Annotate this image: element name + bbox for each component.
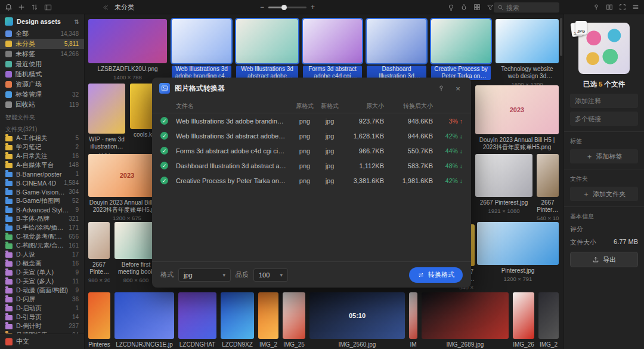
add-icon[interactable] (16, 1, 27, 13)
thumbnail-image[interactable] (258, 292, 278, 339)
fullscreen-icon[interactable] (617, 1, 628, 13)
thumbnail-image[interactable] (88, 19, 167, 63)
grid-view-icon[interactable] (471, 1, 483, 13)
active-tab[interactable]: 未分类 (99, 0, 134, 14)
zoom-track[interactable] (268, 7, 306, 8)
sidebar-folder[interactable]: D-引导页14 (0, 313, 84, 322)
thumbnail-image[interactable] (172, 19, 231, 63)
format-select[interactable]: jpg ▾ (178, 268, 231, 282)
sidebar-folder[interactable]: B-CINEMA 4D1,584 (0, 178, 84, 187)
tab-label[interactable]: 未分类 (114, 3, 134, 12)
grid-card[interactable]: IMG_2259.jpg (258, 292, 278, 349)
grid-card[interactable]: Technology website web design 3d brandin… (496, 19, 559, 88)
sidebar-item-all[interactable]: 全部14,348 (0, 29, 84, 39)
sidebar-folder[interactable]: D-闪屏36 (0, 295, 84, 304)
thumbnail-image[interactable] (221, 292, 254, 339)
thumbnail-image[interactable] (114, 292, 174, 339)
zoom-knob[interactable] (281, 5, 287, 10)
grid-card[interactable]: Web Illustrations 3d adobe branding c4d … (172, 19, 231, 80)
quality-select[interactable]: 100 ▾ (253, 268, 288, 282)
sidebar-panel-icon[interactable] (42, 1, 54, 13)
folder-section-label[interactable]: 文件夹(321) (0, 125, 84, 134)
converter-row[interactable]: ✓Creative Process by Peter Tarka on Drib… (152, 173, 471, 188)
sidebar-folder[interactable]: B-Game-Vision Design304 (0, 187, 84, 196)
notifications-bell-icon[interactable] (2, 1, 14, 13)
thumbnail-image[interactable] (303, 19, 362, 63)
sidebar-item-uncategorized[interactable]: 未分类5,811 (0, 39, 84, 49)
grid-card[interactable]: IMG_2… (409, 292, 417, 349)
thumbnail-image[interactable] (178, 292, 216, 339)
thumbnail-image[interactable] (409, 292, 417, 339)
sidebar-folder[interactable]: D-倒计时237 (0, 322, 84, 331)
sidebar-folder[interactable]: D-启动页1 (0, 304, 84, 313)
thumbnail-image[interactable] (538, 292, 559, 339)
thumbnail-image[interactable] (496, 19, 559, 63)
grid-card[interactable]: IMG_2689.jpg (422, 292, 509, 348)
grid-card[interactable]: 2667 Pinterest.jpg1921 × 1080 (475, 154, 532, 214)
color-droplet-icon[interactable] (458, 1, 470, 13)
sidebar-folder[interactable]: A-日常关注16 (0, 152, 84, 160)
sidebar-folder[interactable]: D-美宣 (单人)9 (0, 268, 84, 277)
grid-card[interactable]: Creative Process by Peter Tarka on Dribb… (431, 19, 491, 80)
grid-card[interactable]: LZCDNJRJNCG1E.jpg (114, 292, 174, 349)
grid-card[interactable]: 2667 Pinteres…980 × 2008 (88, 222, 110, 283)
thumbnail-image[interactable] (431, 19, 491, 63)
add-tag-button[interactable]: ＋ 添加标签 (570, 149, 638, 163)
converter-row[interactable]: ✓Forms 3d abstract adobe c4d cgi cinema4… (152, 143, 471, 158)
sidebar-item-random[interactable]: 随机模式 (0, 69, 84, 79)
convert-button[interactable]: 转换格式 (409, 267, 463, 283)
converter-row[interactable]: ✓Dashboard Illustration 3d abstract adob… (152, 158, 471, 173)
sidebar-folder[interactable]: B-Advanced Style Chart9 (0, 205, 84, 214)
pin-icon[interactable] (590, 1, 602, 13)
thumbnail-image[interactable] (114, 222, 157, 259)
thumbnail-image[interactable] (513, 292, 534, 339)
sidebar-folder[interactable]: C-视觉参考/配色/后期/…656 (0, 232, 84, 241)
converter-row[interactable]: ✓Web Illustrations 3d abstract adobe bra… (152, 128, 471, 143)
grid-card[interactable]: Web Illustrations 3d abstract adobe bran… (236, 19, 298, 80)
grid-card[interactable]: Dashboard Illustration 3d abstract adobe… (367, 19, 426, 80)
grid-card[interactable]: LZCDNGHATT3Q3.j… (178, 292, 216, 349)
grid-card[interactable]: LZCDN9XZ0069A.jpg (221, 292, 254, 349)
library-switcher[interactable]: Design assets ⇅ (0, 14, 84, 29)
thumbnail-image[interactable] (477, 222, 559, 265)
grid-card[interactable]: Pinterest.jpg1200 × 791 (477, 222, 559, 282)
smart-folder-section-label[interactable]: 智能文件夹 (0, 113, 84, 122)
sidebar-folder[interactable]: D-美宣 (多人)11 (0, 277, 84, 286)
collapse-left-icon[interactable] (99, 1, 111, 13)
sidebar-item-tag-manage[interactable]: 标签管理32 (0, 89, 84, 100)
sidebar-folder[interactable]: B-字体-品牌321 (0, 214, 84, 223)
grid-card[interactable]: Pinterest.png (88, 292, 110, 349)
sidebar-footer[interactable]: 中文 (0, 333, 84, 349)
thumbnail-image[interactable] (88, 222, 110, 259)
grid-card[interactable]: 2667 Pinteres…540 × 1080 (537, 154, 559, 221)
thumbnail-image[interactable]: 2023 (475, 85, 559, 134)
links-field[interactable]: 多个链接 (570, 112, 638, 126)
add-folder-button[interactable]: ＋ 添加文件夹 (570, 187, 638, 201)
grid-card[interactable]: Forms 3d abstract adobe c4d cgi cinema4d… (303, 19, 362, 80)
sidebar-item-plaza[interactable]: 资源广场 (0, 79, 84, 89)
dialog-pin-icon[interactable] (435, 82, 447, 94)
sidebar-folder[interactable]: B-Game/拍图网52 (0, 196, 84, 205)
sidebar-item-untagged[interactable]: 未标签14,266 (0, 49, 84, 59)
thumbnail-image[interactable] (537, 154, 559, 197)
thumbnail-image[interactable] (283, 292, 305, 339)
thumbnail-image[interactable] (475, 154, 532, 197)
thumbnail-image[interactable] (88, 292, 110, 339)
grid-card[interactable]: IMG_2541.jpg (283, 292, 305, 349)
lightbulb-icon[interactable] (445, 1, 457, 13)
zoom-out-icon[interactable]: − (260, 3, 264, 11)
thumbnail-image[interactable] (88, 84, 125, 134)
sidebar-folder[interactable]: 学习笔记2 (0, 143, 84, 152)
grid-card[interactable]: 2023Douyin 2023 Annual Bill H5 | 2023抖音年… (475, 85, 559, 159)
grid-card[interactable]: IMG_269… (538, 292, 559, 349)
language-label[interactable]: 中文 (16, 337, 29, 346)
sidebar-item-trash[interactable]: 回收站119 (0, 100, 84, 110)
export-button[interactable]: 导出 (570, 252, 638, 267)
sidebar-item-recent[interactable]: 最近使用 (0, 59, 84, 69)
thumbnail-image[interactable] (236, 19, 298, 63)
menu-icon[interactable] (630, 1, 642, 13)
grid-card[interactable]: WIP - new 3d illustration…1164 × (88, 84, 125, 158)
sidebar-folder[interactable]: A-自媒体平台148 (0, 160, 84, 169)
grid-card[interactable]: Before first meeting book abstract b…800… (114, 222, 157, 283)
sidebar-folder[interactable]: D-动漫 (画面/构图)9 (0, 286, 84, 295)
